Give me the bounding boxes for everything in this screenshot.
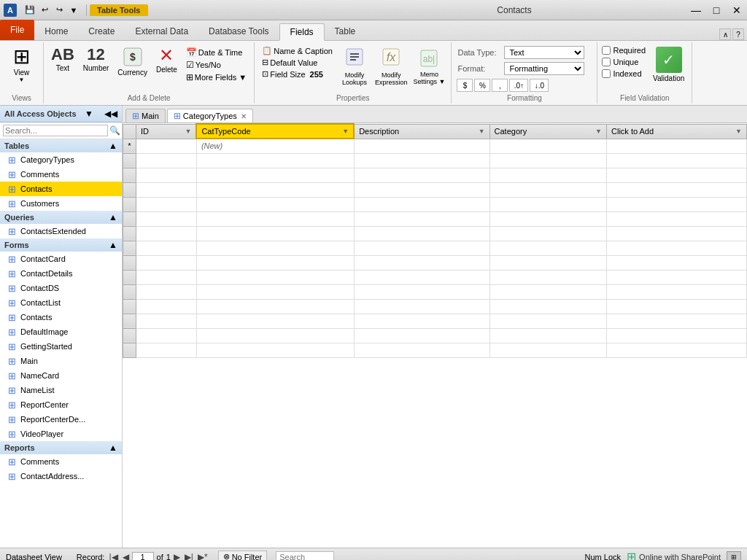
datasheet-view-btn[interactable]: ⊞ xyxy=(727,551,741,561)
empty-cell-11c[interactable] xyxy=(354,299,489,314)
empty-cell-14d[interactable] xyxy=(489,343,606,357)
empty-cell-6b[interactable] xyxy=(196,226,354,241)
increase-decimal-btn[interactable]: .0↑ xyxy=(509,79,528,92)
tables-section-header[interactable]: Tables ▲ xyxy=(0,139,122,152)
empty-cell-2a[interactable] xyxy=(136,168,197,182)
empty-cell-8b[interactable] xyxy=(196,255,354,270)
indexed-checkbox[interactable] xyxy=(602,69,611,78)
empty-cell-12d[interactable] xyxy=(489,314,606,328)
empty-cell-3d[interactable] xyxy=(489,182,606,197)
empty-cell-13b[interactable] xyxy=(196,328,354,343)
empty-cell-8c[interactable] xyxy=(354,255,489,270)
tab-external-data[interactable]: External Data xyxy=(125,23,198,40)
nav-item-contactcard[interactable]: ⊞ ContactCard xyxy=(0,252,122,266)
nav-pane-collapse-icon[interactable]: ◀◀ xyxy=(104,109,117,119)
empty-cell-14c[interactable] xyxy=(354,343,489,357)
empty-cell-10d[interactable] xyxy=(489,284,606,299)
empty-cell-12b[interactable] xyxy=(196,314,354,328)
nav-item-namelist[interactable]: ⊞ NameList xyxy=(0,383,122,397)
forms-section-header[interactable]: Forms ▲ xyxy=(0,238,122,252)
view-button[interactable]: ⊞ View ▼ xyxy=(7,44,36,86)
help-btn[interactable]: ? xyxy=(732,28,744,40)
empty-cell-8d[interactable] xyxy=(489,255,606,270)
nav-item-contactaddress[interactable]: ⊞ ContactAddress... xyxy=(0,469,122,483)
record-new-btn[interactable]: ▶* xyxy=(196,552,209,561)
empty-cell-3b[interactable] xyxy=(196,182,354,197)
nav-search-input[interactable] xyxy=(3,125,108,136)
empty-cell-6c[interactable] xyxy=(354,226,489,241)
empty-cell-9a[interactable] xyxy=(136,270,197,284)
empty-cell-6a[interactable] xyxy=(136,226,197,241)
nav-item-contactlist[interactable]: ⊞ ContactList xyxy=(0,295,122,310)
empty-cell-2d[interactable] xyxy=(489,168,606,182)
tab-fields[interactable]: Fields xyxy=(279,23,325,41)
empty-cell-5d[interactable] xyxy=(489,211,606,226)
categorytypes-tab-close[interactable]: ✕ xyxy=(241,112,247,120)
currency-button[interactable]: $ Currency xyxy=(115,45,150,78)
ribbon-minimize-btn[interactable]: ∧ xyxy=(719,28,731,40)
field-size-button[interactable]: ⊡ Field Size 255 xyxy=(259,69,336,79)
tab-categorytypes-doc[interactable]: ⊞ CategoryTypes ✕ xyxy=(167,109,253,122)
delete-button[interactable]: ✕ Delete xyxy=(153,45,180,75)
empty-cell-7c[interactable] xyxy=(354,241,489,255)
new-row-id[interactable] xyxy=(136,139,197,153)
record-current-input[interactable] xyxy=(132,552,154,561)
new-row-description[interactable] xyxy=(354,139,489,153)
col-header-description[interactable]: Description ▼ xyxy=(354,124,489,139)
empty-cell-11a[interactable] xyxy=(136,299,197,314)
unique-checkbox[interactable] xyxy=(602,58,611,66)
col-header-id[interactable]: ID ▼ xyxy=(136,124,197,139)
col-header-click-to-add[interactable]: Click to Add ▼ xyxy=(607,124,747,139)
empty-cell-5a[interactable] xyxy=(136,211,197,226)
tab-table[interactable]: Table xyxy=(325,23,366,40)
empty-cell-14a[interactable] xyxy=(136,343,197,357)
undo-qa-btn[interactable]: ↩ xyxy=(38,4,51,17)
empty-cell-9d[interactable] xyxy=(489,270,606,284)
queries-section-header[interactable]: Queries ▲ xyxy=(0,211,122,224)
empty-cell-2b[interactable] xyxy=(196,168,354,182)
modify-lookups-button[interactable]: ModifyLookups xyxy=(338,45,371,88)
yes-no-button[interactable]: ☑ Yes/No xyxy=(183,59,249,71)
data-type-select[interactable]: Text Number Date/Time xyxy=(504,46,584,59)
tab-file[interactable]: File xyxy=(0,20,34,40)
empty-cell-1c[interactable] xyxy=(354,153,489,168)
empty-cell-13a[interactable] xyxy=(136,328,197,343)
record-prev-btn[interactable]: ◀ xyxy=(121,552,131,561)
nav-item-gettingstarted[interactable]: ⊞ GettingStarted xyxy=(0,339,122,354)
empty-cell-5b[interactable] xyxy=(196,211,354,226)
empty-cell-10c[interactable] xyxy=(354,284,489,299)
empty-cell-3c[interactable] xyxy=(354,182,489,197)
tab-create[interactable]: Create xyxy=(78,23,125,40)
empty-cell-4c[interactable] xyxy=(354,197,489,211)
nav-item-comments-report[interactable]: ⊞ Comments xyxy=(0,454,122,469)
comma-btn[interactable]: , xyxy=(492,79,508,92)
empty-cell-9c[interactable] xyxy=(354,270,489,284)
record-next-btn[interactable]: ▶ xyxy=(172,552,182,561)
empty-cell-3a[interactable] xyxy=(136,182,197,197)
nav-item-contactdetails[interactable]: ⊞ ContactDetails xyxy=(0,266,122,281)
empty-cell-1d[interactable] xyxy=(489,153,606,168)
validation-button[interactable]: ✓ Validation xyxy=(650,45,687,84)
empty-cell-11d[interactable] xyxy=(489,299,606,314)
dollar-sign-btn[interactable]: $ xyxy=(457,79,473,92)
empty-cell-11b[interactable] xyxy=(196,299,354,314)
empty-cell-7d[interactable] xyxy=(489,241,606,255)
tab-main-doc[interactable]: ⊞ Main xyxy=(125,109,166,122)
new-row-category[interactable] xyxy=(489,139,606,153)
minimize-btn[interactable]: — xyxy=(686,0,706,20)
record-last-btn[interactable]: ▶| xyxy=(183,552,195,561)
qa-dropdown-btn[interactable]: ▼ xyxy=(67,4,80,17)
nav-item-contactsextended[interactable]: ⊞ ContactsExtended xyxy=(0,224,122,238)
no-filter-btn[interactable]: ⊗ No Filter xyxy=(218,551,268,560)
save-qa-btn[interactable]: 💾 xyxy=(23,4,36,17)
record-first-btn[interactable]: |◀ xyxy=(107,552,119,561)
empty-cell-14b[interactable] xyxy=(196,343,354,357)
search-input[interactable] xyxy=(276,551,334,561)
required-checkbox[interactable] xyxy=(602,46,611,55)
decrease-decimal-btn[interactable]: ↓.0 xyxy=(530,79,549,92)
empty-cell-7b[interactable] xyxy=(196,241,354,255)
col-header-category[interactable]: Category ▼ xyxy=(489,124,606,139)
ab-text-button[interactable]: AB Text xyxy=(48,45,77,74)
empty-cell-12a[interactable] xyxy=(136,314,197,328)
nav-item-reportcenterdetail[interactable]: ⊞ ReportCenterDe... xyxy=(0,412,122,427)
